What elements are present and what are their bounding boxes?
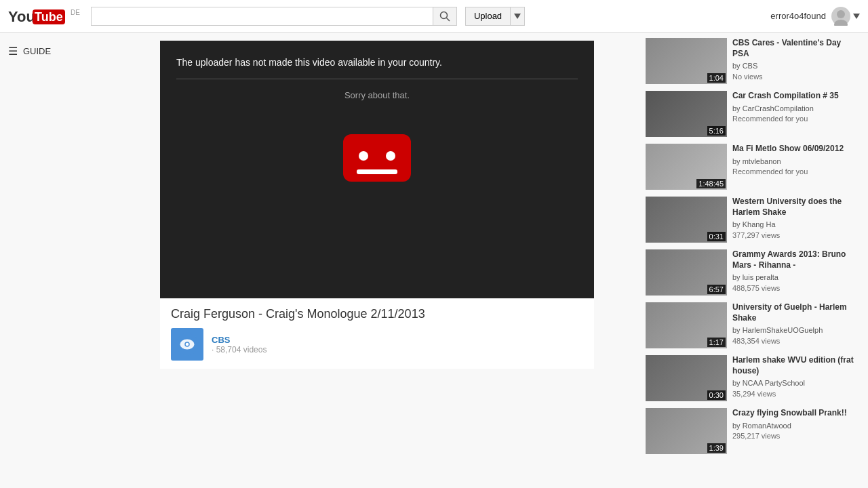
header: You Tube DE Upload error4o4found [0, 0, 868, 33]
svg-text:Tube: Tube [35, 10, 63, 24]
svg-marker-8 [853, 14, 860, 19]
main-content: The uploader has not made this video ava… [149, 33, 637, 466]
rec-thumbnail: 1:39 [646, 408, 727, 454]
rec-views: 377,297 views [732, 231, 780, 239]
user-dropdown-button[interactable] [853, 11, 860, 21]
right-sidebar: 1:04 CBS Cares - Valentine's Day PSA by … [637, 33, 868, 466]
video-title: Craig Ferguson - Craig's Monologue 2/11/… [171, 307, 583, 321]
rec-views: Recommended for you [732, 167, 808, 176]
guide-label: GUIDE [23, 46, 51, 56]
video-player: The uploader has not made this video ava… [160, 41, 594, 298]
search-input[interactable] [91, 7, 433, 26]
rec-title: University of Guelph - Harlem Shake [732, 302, 860, 323]
channel-avatar[interactable] [171, 328, 203, 361]
rec-duration: 0:31 [707, 232, 726, 241]
recommendation-item[interactable]: 0:30 Harlem shake WVU edition (frat hous… [646, 355, 860, 401]
rec-title: Western University does the Harlem Shake [732, 197, 860, 218]
rec-thumbnail: 1:48:45 [646, 144, 727, 190]
rec-thumbnail: 6:57 [646, 249, 727, 296]
chevron-down-icon [853, 14, 860, 19]
youtube-logo[interactable]: You Tube [8, 7, 69, 26]
rec-info: Crazy flying Snowball Prank!! by RomanAt… [732, 408, 860, 454]
rec-title: Grammy Awards 2013: Bruno Mars - Rihanna… [732, 249, 860, 270]
rec-meta: by CBS No views [732, 61, 860, 82]
rec-duration: 5:16 [707, 126, 726, 136]
rec-info: CBS Cares - Valentine's Day PSA by CBS N… [732, 38, 860, 84]
svg-point-6 [837, 10, 845, 18]
rec-author: by CBS [732, 62, 757, 70]
cbs-logo-icon [175, 332, 199, 357]
recommendation-item[interactable]: 1:17 University of Guelph - Harlem Shake… [646, 302, 860, 348]
rec-views: 295,217 views [732, 432, 780, 440]
rec-meta: by mtvlebanon Recommended for you [732, 157, 860, 178]
svg-point-7 [834, 20, 848, 26]
video-player-container: The uploader has not made this video ava… [160, 41, 594, 298]
channel-name[interactable]: CBS [212, 335, 267, 345]
rec-title: Car Crash Compilation # 35 [732, 91, 860, 102]
upload-button[interactable]: Upload [465, 7, 510, 26]
page: ☰ GUIDE The uploader has not made this v… [0, 33, 868, 466]
user-area: error4o4found [770, 7, 860, 26]
avatar[interactable] [831, 7, 850, 26]
rec-info: Harlem shake WVU edition (frat house) by… [732, 355, 860, 401]
channel-info: CBS · 58,704 videos [212, 335, 267, 354]
rec-thumbnail: 0:31 [646, 197, 727, 243]
search-button[interactable] [433, 7, 457, 26]
rec-duration: 0:30 [707, 390, 726, 400]
recommendation-item[interactable]: 1:04 CBS Cares - Valentine's Day PSA by … [646, 38, 860, 84]
upload-dropdown-button[interactable] [510, 7, 525, 26]
rec-info: University of Guelph - Harlem Shake by H… [732, 302, 860, 348]
recommendation-item[interactable]: 0:31 Western University does the Harlem … [646, 197, 860, 243]
rec-duration: 1:39 [707, 443, 726, 453]
video-info: Craig Ferguson - Craig's Monologue 2/11/… [160, 298, 594, 369]
svg-point-16 [186, 343, 189, 346]
svg-line-4 [446, 18, 450, 21]
svg-point-10 [359, 151, 368, 161]
rec-views: Recommended for you [732, 115, 808, 123]
recommendation-item[interactable]: 5:16 Car Crash Compilation # 35 by CarCr… [646, 91, 860, 137]
rec-info: Car Crash Compilation # 35 by CarCrashCo… [732, 91, 860, 137]
rec-author: by luis peralta [732, 273, 778, 281]
rec-author: by HarlemShakeUOGuelph [732, 326, 823, 334]
rec-info: Grammy Awards 2013: Bruno Mars - Rihanna… [732, 249, 860, 296]
error-robot-icon [334, 127, 420, 188]
rec-views: 35,294 views [732, 390, 776, 398]
recommendation-item[interactable]: 1:48:45 Ma Fi Metlo Show 06/09/2012 by m… [646, 144, 860, 190]
rec-title: Ma Fi Metlo Show 06/09/2012 [732, 144, 860, 155]
rec-thumbnail: 5:16 [646, 91, 727, 137]
svg-point-3 [440, 12, 447, 18]
rec-meta: by HarlemShakeUOGuelph 483,354 views [732, 325, 860, 346]
menu-icon: ☰ [8, 45, 18, 58]
rec-info: Ma Fi Metlo Show 06/09/2012 by mtvlebano… [732, 144, 860, 190]
rec-author: by NCAA PartySchool [732, 379, 805, 387]
rec-author: by Khang Ha [732, 220, 776, 228]
recommendation-item[interactable]: 1:39 Crazy flying Snowball Prank!! by Ro… [646, 408, 860, 454]
rec-author: by CarCrashCompilation [732, 104, 814, 113]
rec-duration: 1:48:45 [696, 179, 726, 188]
rec-thumbnail: 1:17 [646, 302, 727, 348]
svg-point-11 [386, 151, 395, 161]
rec-duration: 1:17 [707, 338, 726, 347]
sidebar: ☰ GUIDE [0, 33, 149, 466]
rec-views: 483,354 views [732, 337, 780, 345]
logo-area[interactable]: You Tube DE [8, 7, 80, 26]
rec-meta: by NCAA PartySchool 35,294 views [732, 378, 860, 399]
country-code: DE [71, 9, 80, 16]
rec-duration: 6:57 [707, 285, 726, 294]
rec-meta: by Khang Ha 377,297 views [732, 220, 860, 241]
svg-marker-5 [514, 14, 521, 19]
rec-thumbnail: 0:30 [646, 355, 727, 401]
rec-title: CBS Cares - Valentine's Day PSA [732, 38, 860, 59]
chevron-down-icon [514, 14, 521, 19]
rec-meta: by luis peralta 488,575 views [732, 272, 860, 293]
rec-title: Crazy flying Snowball Prank!! [732, 408, 860, 419]
rec-views: 488,575 views [732, 284, 780, 292]
recommendation-item[interactable]: 6:57 Grammy Awards 2013: Bruno Mars - Ri… [646, 249, 860, 296]
channel-video-count: · 58,704 videos [212, 345, 267, 354]
error-sub-message: Sorry about that. [344, 90, 410, 100]
guide-item[interactable]: ☰ GUIDE [0, 41, 149, 62]
rec-views: No views [732, 73, 763, 81]
rec-author: by RomanAtwood [732, 422, 791, 430]
search-area [91, 7, 457, 26]
error-message: The uploader has not made this video ava… [176, 57, 578, 79]
